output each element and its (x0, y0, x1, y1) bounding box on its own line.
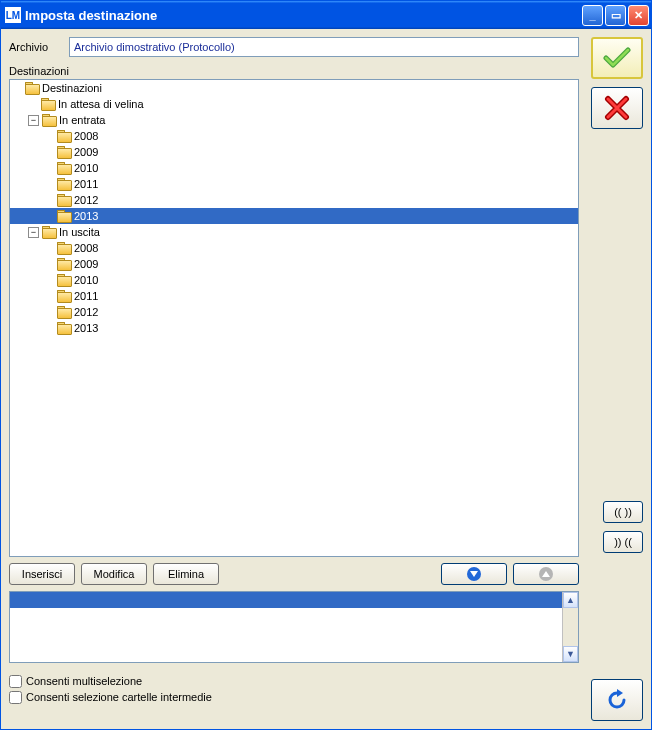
window-title: Imposta destinazione (25, 8, 580, 23)
close-button[interactable]: ✕ (628, 5, 649, 26)
selection-scrollbar[interactable]: ▲ ▼ (562, 592, 578, 662)
options-checks: Consenti multiselezione Consenti selezio… (9, 673, 579, 705)
insert-button[interactable]: Inserisci (9, 563, 75, 585)
tree-node-label: 2013 (74, 208, 98, 224)
app-icon-text: LM (6, 10, 20, 21)
ok-button[interactable] (591, 37, 643, 79)
intermediate-checkbox[interactable] (9, 691, 22, 704)
tree-node-label: 2013 (74, 320, 98, 336)
tree-node-label: 2009 (74, 144, 98, 160)
app-icon: LM (5, 7, 21, 23)
destinations-tree[interactable]: DestinazioniIn attesa di velina−In entra… (9, 79, 579, 557)
titlebar: LM Imposta destinazione _ ▭ ✕ (1, 1, 651, 29)
folder-icon (57, 258, 71, 270)
tree-node[interactable]: 2008 (10, 240, 578, 256)
tree-node[interactable]: 2012 (10, 192, 578, 208)
arrow-down-icon (467, 567, 481, 581)
expand-all-button[interactable]: (( )) (603, 501, 643, 523)
window: LM Imposta destinazione _ ▭ ✕ Archivio D… (0, 0, 652, 730)
tree-node[interactable]: 2013 (10, 320, 578, 336)
tree-toggle[interactable]: − (28, 115, 39, 126)
tree-node[interactable]: 2009 (10, 256, 578, 272)
tree-node-label: 2011 (74, 288, 98, 304)
tree-node-label: 2008 (74, 128, 98, 144)
folder-icon (57, 306, 71, 318)
folder-icon (57, 162, 71, 174)
tree-node[interactable]: 2013 (10, 208, 578, 224)
multiselect-checkbox[interactable] (9, 675, 22, 688)
tree-node-label: In entrata (59, 112, 105, 128)
folder-icon (57, 146, 71, 158)
archivio-label: Archivio (9, 41, 59, 53)
client-area: Archivio Destinazioni DestinazioniIn att… (1, 29, 651, 729)
folder-icon (57, 130, 71, 142)
delete-button[interactable]: Elimina (153, 563, 219, 585)
folder-icon (57, 210, 71, 222)
tree-toggle[interactable]: − (28, 227, 39, 238)
main-column: Archivio Destinazioni DestinazioniIn att… (9, 37, 579, 721)
destinazioni-label: Destinazioni (9, 65, 579, 77)
cross-icon (604, 95, 630, 121)
move-down-button[interactable] (441, 563, 507, 585)
tree-node-label: 2010 (74, 160, 98, 176)
modify-button[interactable]: Modifica (81, 563, 147, 585)
refresh-icon (604, 687, 630, 713)
folder-icon (41, 98, 55, 110)
folder-icon (57, 242, 71, 254)
tree-node-label: 2008 (74, 240, 98, 256)
arrow-up-icon (539, 567, 553, 581)
tree-node[interactable]: Destinazioni (10, 80, 578, 96)
tree-node-label: 2012 (74, 304, 98, 320)
tree-node-label: In uscita (59, 224, 100, 240)
selection-highlight (10, 592, 562, 608)
folder-icon (57, 290, 71, 302)
tree-node[interactable]: 2010 (10, 160, 578, 176)
scroll-down-button[interactable]: ▼ (563, 646, 578, 662)
intermediate-checkbox-row[interactable]: Consenti selezione cartelle intermedie (9, 689, 579, 705)
tree-node[interactable]: In attesa di velina (10, 96, 578, 112)
folder-icon (57, 274, 71, 286)
archivio-input[interactable] (69, 37, 579, 57)
scroll-up-button[interactable]: ▲ (563, 592, 578, 608)
selection-list[interactable]: ▲ ▼ (9, 591, 579, 663)
tree-node[interactable]: 2012 (10, 304, 578, 320)
tree-node[interactable]: −In uscita (10, 224, 578, 240)
tree-node-label: Destinazioni (42, 80, 102, 96)
minimize-button[interactable]: _ (582, 5, 603, 26)
tree-buttons-row: Inserisci Modifica Elimina (9, 563, 579, 585)
side-column: (( )) )) (( (587, 37, 643, 721)
tree-node[interactable]: 2010 (10, 272, 578, 288)
archivio-row: Archivio (9, 37, 579, 57)
tree-node[interactable]: 2011 (10, 288, 578, 304)
check-icon (603, 46, 631, 70)
tree-node-label: In attesa di velina (58, 96, 144, 112)
tree-node-label: 2009 (74, 256, 98, 272)
tree-node-label: 2010 (74, 272, 98, 288)
move-up-button[interactable] (513, 563, 579, 585)
tree-node[interactable]: −In entrata (10, 112, 578, 128)
intermediate-label: Consenti selezione cartelle intermedie (26, 691, 212, 703)
maximize-button[interactable]: ▭ (605, 5, 626, 26)
folder-icon (42, 226, 56, 238)
tree-node[interactable]: 2008 (10, 128, 578, 144)
tree-node-label: 2011 (74, 176, 98, 192)
folder-icon (57, 178, 71, 190)
folder-icon (25, 82, 39, 94)
folder-icon (57, 322, 71, 334)
cancel-button[interactable] (591, 87, 643, 129)
folder-icon (42, 114, 56, 126)
refresh-button[interactable] (591, 679, 643, 721)
tree-node-label: 2012 (74, 192, 98, 208)
folder-icon (57, 194, 71, 206)
collapse-all-button[interactable]: )) (( (603, 531, 643, 553)
multiselect-checkbox-row[interactable]: Consenti multiselezione (9, 673, 579, 689)
tree-node[interactable]: 2011 (10, 176, 578, 192)
multiselect-label: Consenti multiselezione (26, 675, 142, 687)
tree-node[interactable]: 2009 (10, 144, 578, 160)
